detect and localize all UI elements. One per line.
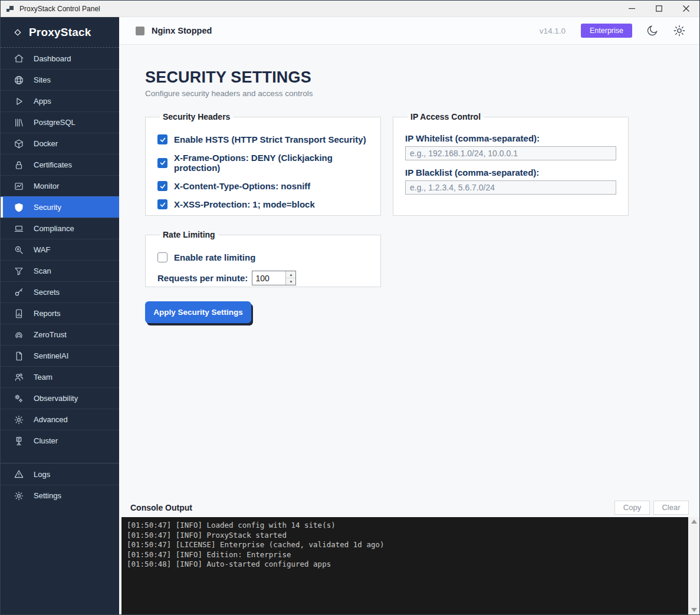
sidebar-item-security[interactable]: Security <box>1 196 119 218</box>
sidebar-item-label: Monitor <box>34 182 59 190</box>
sidebar-item-label: Logs <box>34 470 50 479</box>
sidebar-item-settings[interactable]: Settings <box>1 485 119 506</box>
checkbox-label: X-Frame-Options: DENY (Clickjacking prot… <box>174 153 369 173</box>
globe-icon <box>14 75 24 85</box>
status-icon <box>136 27 144 35</box>
logo-icon <box>12 27 23 38</box>
rpm-decrement-button[interactable]: ▼ <box>286 278 295 285</box>
sidebar-nav: DashboardSitesAppsPostgreSQLDockerCertif… <box>1 48 119 451</box>
sidebar-item-label: PostgreSQL <box>34 118 75 127</box>
sidebar-item-logs[interactable]: Logs <box>1 463 119 485</box>
funnel-icon <box>14 266 24 277</box>
sidebar-item-reports[interactable]: Reports <box>1 302 119 324</box>
sidebar-item-sentinelai[interactable]: SentinelAI <box>1 345 119 366</box>
sidebar-item-team[interactable]: Team <box>1 366 119 387</box>
sidebar-item-label: Security <box>34 203 61 212</box>
lock-icon <box>14 160 24 170</box>
checkbox-checked-icon <box>157 158 167 168</box>
sidebar-item-label: Secrets <box>34 288 60 297</box>
sidebar-item-label: Certificates <box>34 160 72 169</box>
enable-rate-limiting-checkbox[interactable]: Enable rate limiting <box>157 252 369 262</box>
sidebar-item-observability[interactable]: Observability <box>1 387 119 409</box>
minimize-button[interactable] <box>618 1 645 17</box>
logo-text: ProxyStack <box>29 26 91 39</box>
header-bar: Nginx Stopped v14.1.0 Enterprise <box>119 17 699 45</box>
sidebar-item-label: Observability <box>34 394 78 403</box>
moon-icon[interactable] <box>645 24 659 38</box>
enable-rate-limiting-label: Enable rate limiting <box>174 252 255 262</box>
rpm-input[interactable] <box>252 271 285 285</box>
rpm-increment-button[interactable]: ▲ <box>286 271 295 278</box>
sidebar-item-waf[interactable]: WAF <box>1 239 119 260</box>
status-label: Nginx Stopped <box>152 26 212 35</box>
checkbox-x-xss-protection-1-mode-block[interactable]: X-XSS-Protection: 1; mode=block <box>157 199 369 209</box>
sidebar: ProxyStack DashboardSitesAppsPostgreSQLD… <box>1 17 119 614</box>
magnifier-plus-icon <box>14 245 24 255</box>
sidebar-item-label: Reports <box>34 309 61 318</box>
gear-icon <box>14 415 24 425</box>
checkbox-x-content-type-options-nosniff[interactable]: X-Content-Type-Options: nosniff <box>157 181 369 191</box>
ip-blacklist-label: IP Blacklist (comma-separated): <box>405 167 616 177</box>
sidebar-item-advanced[interactable]: Advanced <box>1 409 119 430</box>
sidebar-item-compliance[interactable]: Compliance <box>1 218 119 239</box>
checkbox-enable-hsts-http-strict-transp[interactable]: Enable HSTS (HTTP Strict Transport Secur… <box>157 134 369 144</box>
checkbox-x-frame-options-deny-clickjack[interactable]: X-Frame-Options: DENY (Clickjacking prot… <box>157 153 369 173</box>
sidebar-item-label: Docker <box>34 139 58 148</box>
sidebar-item-label: Scan <box>34 267 51 275</box>
sidebar-item-secrets[interactable]: Secrets <box>1 281 119 302</box>
close-button[interactable] <box>672 1 699 17</box>
chart-icon <box>14 181 24 192</box>
main-area: Nginx Stopped v14.1.0 Enterprise SECURIT… <box>119 17 699 614</box>
rpm-label: Requests per minute: <box>157 273 248 283</box>
sidebar-item-docker[interactable]: Docker <box>1 133 119 154</box>
sidebar-item-label: Advanced <box>34 415 68 424</box>
laptop-icon <box>14 223 24 234</box>
ip-whitelist-input[interactable] <box>405 146 616 160</box>
ip-blacklist-input[interactable] <box>405 180 616 195</box>
checkbox-label: X-Content-Type-Options: nosniff <box>174 181 310 191</box>
key-icon <box>14 287 24 298</box>
gear-icon[interactable] <box>672 24 686 38</box>
server-icon <box>14 436 24 446</box>
page-subtitle: Configure security headers and access co… <box>145 89 699 98</box>
sidebar-item-label: Compliance <box>34 224 74 233</box>
sidebar-item-label: WAF <box>34 245 50 254</box>
gears-icon <box>14 393 24 404</box>
sidebar-item-cluster[interactable]: Cluster <box>1 430 119 451</box>
apply-security-settings-button[interactable]: Apply Security Settings <box>145 301 251 323</box>
sidebar-item-apps[interactable]: Apps <box>1 90 119 111</box>
warning-icon <box>14 469 24 479</box>
console-scrollbar[interactable] <box>688 517 699 614</box>
console-section: Console Output Copy Clear [01:50:47] [IN… <box>119 498 699 614</box>
checkbox-unchecked-icon <box>157 252 167 262</box>
app-window: ProxyStack Control Panel ProxyStack Dash… <box>0 0 700 615</box>
console-output[interactable]: [01:50:47] [INFO] Loaded config with 14 … <box>121 517 688 614</box>
security-headers-group: Security Headers Enable HSTS (HTTP Stric… <box>145 112 381 216</box>
sidebar-item-sites[interactable]: Sites <box>1 69 119 90</box>
console-title: Console Output <box>130 503 611 512</box>
sidebar-item-label: Apps <box>34 97 51 106</box>
play-icon <box>14 96 24 107</box>
sidebar-item-certificates[interactable]: Certificates <box>1 154 119 175</box>
copy-button[interactable]: Copy <box>614 501 650 515</box>
ip-whitelist-label: IP Whitelist (comma-separated): <box>405 133 616 143</box>
fingerprint-icon <box>14 330 24 340</box>
sidebar-item-postgresql[interactable]: PostgreSQL <box>1 111 119 133</box>
ip-access-group: IP Access Control IP Whitelist (comma-se… <box>393 112 629 216</box>
maximize-button[interactable] <box>645 1 672 17</box>
sidebar-item-scan[interactable]: Scan <box>1 260 119 281</box>
version-label: v14.1.0 <box>540 27 566 35</box>
sidebar-item-monitor[interactable]: Monitor <box>1 175 119 196</box>
shield-icon <box>14 202 24 213</box>
checkbox-checked-icon <box>157 199 167 209</box>
sidebar-item-dashboard[interactable]: Dashboard <box>1 48 119 69</box>
sidebar-item-label: Team <box>34 373 52 382</box>
scroll-up-icon[interactable] <box>691 519 697 524</box>
report-icon <box>14 308 24 319</box>
scroll-down-icon[interactable] <box>691 608 697 612</box>
checkbox-label: Enable HSTS (HTTP Strict Transport Secur… <box>174 134 366 144</box>
edition-badge[interactable]: Enterprise <box>581 24 632 38</box>
clear-button[interactable]: Clear <box>653 501 689 515</box>
sidebar-item-zerotrust[interactable]: ZeroTrust <box>1 324 119 345</box>
status-group: Nginx Stopped <box>136 26 540 35</box>
